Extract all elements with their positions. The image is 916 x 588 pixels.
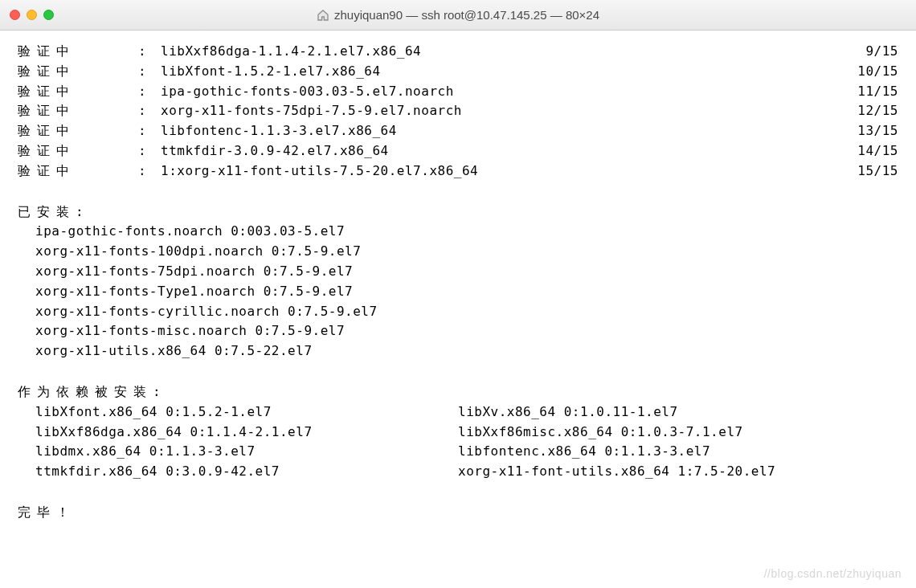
dep-item: libXxf86dga.x86_64 0:1.1.4-2.1.el7 <box>18 423 458 443</box>
deps-grid: libXfont.x86_64 0:1.5.2-1.el7 libXxf86dg… <box>18 402 898 482</box>
verify-count: 9/15 <box>842 42 898 62</box>
dep-item: libXxf86misc.x86_64 0:1.0.3-7.1.el7 <box>458 423 898 443</box>
verify-count: 11/15 <box>842 82 898 102</box>
home-icon <box>317 9 329 22</box>
verify-sep: : <box>138 42 161 62</box>
verify-label: 验证中 <box>18 161 138 182</box>
verify-pkg: ttmkfdir-3.0.9-42.el7.x86_64 <box>161 141 842 161</box>
watermark: //blog.csdn.net/zhuyiquan <box>764 567 902 580</box>
verify-row: 验证中 : xorg-x11-fonts-75dpi-7.5-9.el7.noa… <box>18 101 898 121</box>
verify-row: 验证中 : libXxf86dga-1.1.4-2.1.el7.x86_64 9… <box>18 42 898 62</box>
verify-row: 验证中 : ipa-gothic-fonts-003.03-5.el7.noar… <box>18 82 898 102</box>
verify-row: 验证中 : libfontenc-1.1.3-3.el7.x86_64 13/1… <box>18 121 898 141</box>
verify-label: 验证中 <box>18 121 138 141</box>
verify-label: 验证中 <box>18 82 138 102</box>
verify-pkg: xorg-x11-fonts-75dpi-7.5-9.el7.noarch <box>161 101 842 121</box>
verify-sep: : <box>138 62 161 82</box>
close-window-button[interactable] <box>10 10 20 20</box>
installed-item: xorg-x11-fonts-cyrillic.noarch 0:7.5-9.e… <box>18 302 898 322</box>
installed-item: xorg-x11-fonts-Type1.noarch 0:7.5-9.el7 <box>18 282 898 302</box>
dep-item: libXv.x86_64 0:1.0.11-1.el7 <box>458 402 898 423</box>
verify-count: 15/15 <box>842 161 898 182</box>
installed-item: ipa-gothic-fonts.noarch 0:003.03-5.el7 <box>18 222 898 242</box>
verify-sep: : <box>138 141 161 161</box>
window-titlebar: zhuyiquan90 — ssh root@10.47.145.25 — 80… <box>0 0 916 31</box>
verify-count: 14/15 <box>842 141 898 161</box>
window-title: zhuyiquan90 — ssh root@10.47.145.25 — 80… <box>317 8 599 22</box>
verify-pkg: libfontenc-1.1.3-3.el7.x86_64 <box>161 121 842 141</box>
installed-item: xorg-x11-fonts-100dpi.noarch 0:7.5-9.el7 <box>18 242 898 262</box>
deps-col-right: libXv.x86_64 0:1.0.11-1.el7 libXxf86misc… <box>458 402 898 482</box>
verify-row: 验证中 : ttmkfdir-3.0.9-42.el7.x86_64 14/15 <box>18 141 898 161</box>
verify-row: 验证中 : libXfont-1.5.2-1.el7.x86_64 10/15 <box>18 62 898 82</box>
installed-item: xorg-x11-fonts-75dpi.noarch 0:7.5-9.el7 <box>18 262 898 282</box>
installed-header: 已安装: <box>18 202 898 223</box>
verify-row: 验证中 : 1:xorg-x11-font-utils-7.5-20.el7.x… <box>18 161 898 182</box>
verify-count: 13/15 <box>842 121 898 141</box>
dep-item: libXfont.x86_64 0:1.5.2-1.el7 <box>18 402 458 423</box>
verify-label: 验证中 <box>18 62 138 82</box>
verify-pkg: ipa-gothic-fonts-003.03-5.el7.noarch <box>161 82 842 102</box>
deps-col-left: libXfont.x86_64 0:1.5.2-1.el7 libXxf86dg… <box>18 402 458 482</box>
installed-item: xorg-x11-fonts-misc.noarch 0:7.5-9.el7 <box>18 321 898 341</box>
dep-item: libfontenc.x86_64 0:1.1.3-3.el7 <box>458 442 898 462</box>
dep-item: xorg-x11-font-utils.x86_64 1:7.5-20.el7 <box>458 462 898 482</box>
verify-sep: : <box>138 121 161 141</box>
verify-sep: : <box>138 161 161 182</box>
verify-sep: : <box>138 101 161 121</box>
minimize-window-button[interactable] <box>27 10 37 20</box>
verify-count: 10/15 <box>842 62 898 82</box>
dep-item: libdmx.x86_64 0:1.1.3-3.el7 <box>18 442 458 462</box>
installed-item: xorg-x11-utils.x86_64 0:7.5-22.el7 <box>18 341 898 361</box>
verify-pkg: libXxf86dga-1.1.4-2.1.el7.x86_64 <box>161 42 842 62</box>
verify-pkg: libXfont-1.5.2-1.el7.x86_64 <box>161 62 842 82</box>
verify-label: 验证中 <box>18 141 138 161</box>
done-message: 完毕！ <box>18 503 898 523</box>
verify-count: 12/15 <box>842 101 898 121</box>
dep-item: ttmkfdir.x86_64 0:3.0.9-42.el7 <box>18 462 458 482</box>
verify-label: 验证中 <box>18 42 138 62</box>
window-title-text: zhuyiquan90 — ssh root@10.47.145.25 — 80… <box>334 8 599 22</box>
maximize-window-button[interactable] <box>43 10 54 20</box>
verify-label: 验证中 <box>18 101 138 121</box>
verify-sep: : <box>138 82 161 102</box>
verify-pkg: 1:xorg-x11-font-utils-7.5-20.el7.x86_64 <box>161 161 842 182</box>
deps-header: 作为依赖被安装: <box>18 382 898 402</box>
terminal-output[interactable]: 验证中 : libXxf86dga-1.1.4-2.1.el7.x86_64 9… <box>0 31 916 529</box>
traffic-lights <box>10 10 54 20</box>
